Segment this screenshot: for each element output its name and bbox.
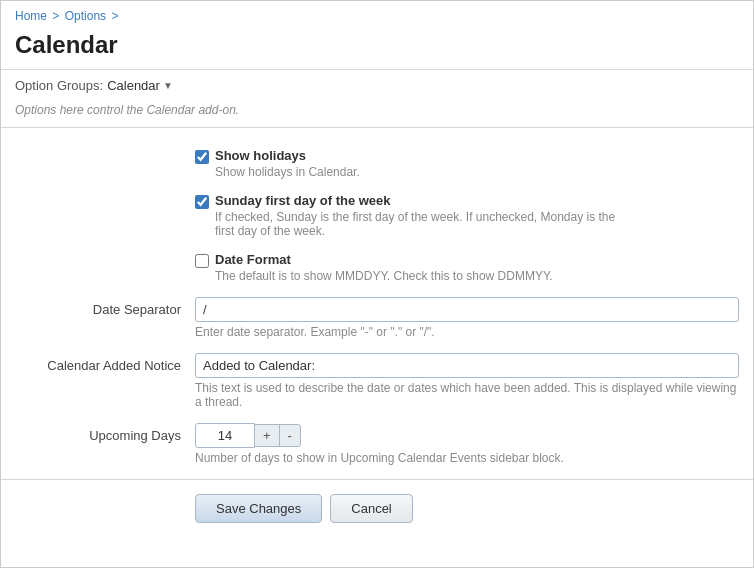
sunday-first-label: Sunday first day of the week xyxy=(215,193,635,208)
actions-area: Save Changes Cancel xyxy=(1,479,753,537)
upcoming-days-decrement[interactable]: - xyxy=(279,424,301,447)
sunday-first-content: Sunday first day of the week If checked,… xyxy=(215,193,635,238)
date-separator-row: Date Separator Enter date separator. Exa… xyxy=(1,297,753,339)
breadcrumb: Home > Options > xyxy=(1,1,753,27)
date-separator-label: Date Separator xyxy=(15,297,195,317)
show-holidays-label: Show holidays xyxy=(215,148,360,163)
save-button[interactable]: Save Changes xyxy=(195,494,322,523)
checkbox-block-sunday: Sunday first day of the week If checked,… xyxy=(15,193,739,238)
date-format-checkbox[interactable] xyxy=(195,254,209,268)
show-holidays-checkbox[interactable] xyxy=(195,150,209,164)
date-format-desc: The default is to show MMDDYY. Check thi… xyxy=(215,269,553,283)
upcoming-days-content: + - Number of days to show in Upcoming C… xyxy=(195,423,739,465)
page-title: Calendar xyxy=(1,27,753,69)
show-holidays-content: Show holidays Show holidays in Calendar. xyxy=(215,148,360,179)
calendar-notice-input[interactable] xyxy=(195,353,739,378)
date-format-content: Date Format The default is to show MMDDY… xyxy=(215,252,553,283)
divider-mid xyxy=(1,127,753,128)
upcoming-days-row: Upcoming Days + - Number of days to show… xyxy=(1,423,753,465)
calendar-notice-hint: This text is used to describe the date o… xyxy=(195,381,739,409)
breadcrumb-options[interactable]: Options xyxy=(65,9,106,23)
upcoming-days-label: Upcoming Days xyxy=(15,423,195,443)
show-holidays-desc: Show holidays in Calendar. xyxy=(215,165,360,179)
checkbox-row-holidays: Show holidays Show holidays in Calendar. xyxy=(195,148,739,179)
page-description: Options here control the Calendar add-on… xyxy=(1,101,753,127)
date-separator-input[interactable] xyxy=(195,297,739,322)
calendar-notice-row: Calendar Added Notice This text is used … xyxy=(1,353,753,409)
breadcrumb-sep2: > xyxy=(111,9,118,23)
option-group-label: Option Groups: xyxy=(15,78,103,93)
breadcrumb-sep1: > xyxy=(52,9,62,23)
option-group-row: Option Groups: Calendar ▼ xyxy=(1,70,753,101)
sunday-first-checkbox[interactable] xyxy=(195,195,209,209)
date-format-label: Date Format xyxy=(215,252,553,267)
sunday-first-desc: If checked, Sunday is the first day of t… xyxy=(215,210,635,238)
calendar-notice-content: This text is used to describe the date o… xyxy=(195,353,739,409)
cancel-button[interactable]: Cancel xyxy=(330,494,412,523)
option-group-select[interactable]: Calendar ▼ xyxy=(107,78,173,93)
checkbox-block-dateformat: Date Format The default is to show MMDDY… xyxy=(15,252,739,283)
upcoming-days-input[interactable] xyxy=(195,423,255,448)
breadcrumb-home[interactable]: Home xyxy=(15,9,47,23)
upcoming-days-hint: Number of days to show in Upcoming Calen… xyxy=(195,451,739,465)
checkbox-row-dateformat: Date Format The default is to show MMDDY… xyxy=(195,252,739,283)
chevron-down-icon: ▼ xyxy=(163,80,173,91)
date-separator-hint: Enter date separator. Example "-" or "."… xyxy=(195,325,739,339)
upcoming-days-increment[interactable]: + xyxy=(254,424,280,447)
options-area: Show holidays Show holidays in Calendar.… xyxy=(1,142,753,283)
upcoming-days-stepper: + - xyxy=(195,423,739,448)
option-group-value: Calendar xyxy=(107,78,160,93)
checkbox-row-sunday: Sunday first day of the week If checked,… xyxy=(195,193,739,238)
checkbox-block-holidays: Show holidays Show holidays in Calendar. xyxy=(15,148,739,179)
calendar-notice-label: Calendar Added Notice xyxy=(15,353,195,373)
date-separator-content: Enter date separator. Example "-" or "."… xyxy=(195,297,739,339)
